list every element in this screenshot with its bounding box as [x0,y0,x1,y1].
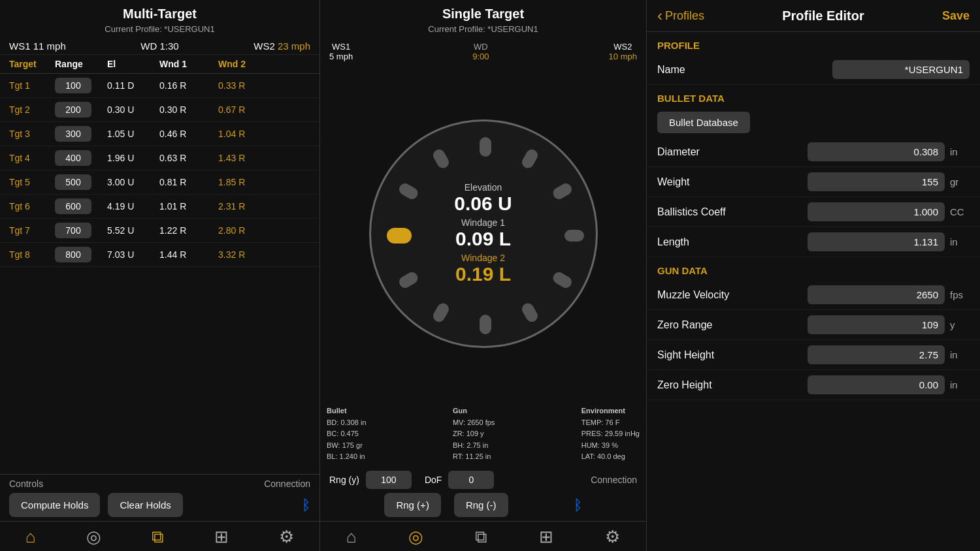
save-button[interactable]: Save [942,9,970,23]
range-controls: Rng (y) DoF Connection [320,467,646,493]
ballistics-unit: CC [950,206,970,217]
name-value-area [832,60,970,79]
wnd2-value: 2.31 R [218,201,277,212]
dof-input[interactable] [448,471,494,489]
range-button[interactable]: 700 [55,223,91,238]
zero-range-field-row: Zero Range y [647,310,980,340]
compute-holds-button[interactable]: Compute Holds [9,493,100,517]
weight-value-area: gr [808,172,970,191]
clear-holds-button[interactable]: Clear Holds [108,493,182,517]
info-col-value: BH: 2.75 in [453,440,495,452]
wnd2-value: 3.32 R [218,249,277,260]
length-unit: in [950,236,970,247]
zero-height-field-row: Zero Height in [647,370,980,400]
dial-tick [519,301,540,324]
tgt-label: Tgt 1 [9,80,55,91]
wnd2-value: 0.67 R [218,104,277,115]
info-col-value: BC: 0.475 [327,428,367,440]
elevation-label: Elevation [454,182,512,193]
left-profile-line: Current Profile: *USERGUN1 [0,24,319,38]
zero-range-input[interactable] [808,315,945,334]
info-column: GunMV: 2650 fpsZR: 109 yBH: 2.75 inRT: 1… [453,405,495,463]
zero-range-label: Zero Range [657,319,713,331]
info-col-value: LAT: 40.0 deg [581,451,640,463]
info-col-value: BD: 0.308 in [327,417,367,429]
zero-height-value-area: in [808,375,970,394]
col-wnd2: Wnd 2 [218,59,277,69]
el-value: 5.52 U [107,225,159,236]
dial-tick [397,181,419,201]
zero-height-unit: in [950,379,970,390]
length-input[interactable] [808,232,945,251]
wd-label: WD 1:30 [140,40,178,52]
sight-height-field-row: Sight Height in [647,340,980,370]
sight-height-label: Sight Height [657,349,714,361]
bluetooth-icon-center: ᛒ [574,497,582,514]
nav-copy-center[interactable]: ⧉ [475,527,487,547]
range-button[interactable]: 400 [55,150,91,166]
nav-home-left[interactable]: ⌂ [25,527,36,547]
diameter-field-row: Diameter in [647,137,980,167]
range-button[interactable]: 300 [55,126,91,142]
weight-input[interactable] [808,172,945,191]
nav-grid-left[interactable]: ⊞ [214,527,229,547]
rng-plus-button[interactable]: Rng (+) [384,493,440,517]
bullet-database-button[interactable]: Bullet Database [657,112,750,133]
table-row: Tgt 5 500 3.00 U 0.81 R 1.85 R [0,170,319,195]
info-col-value: MV: 2650 fps [453,417,495,429]
info-col-value: BW: 175 gr [327,440,367,452]
range-button[interactable]: 500 [55,174,91,190]
bottom-bar-left: Controls Connection Compute Holds Clear … [0,474,319,521]
range-button[interactable]: 200 [55,102,91,118]
ballistics-info: BulletBD: 0.308 inBC: 0.475BW: 175 grBL:… [320,401,646,467]
length-value-area: in [808,232,970,251]
info-col-value: ZR: 109 y [453,428,495,440]
ballistics-label: Ballistics Coeff [657,206,726,218]
windage1-label: Windage 1 [454,217,512,228]
diameter-input[interactable] [808,142,945,161]
diameter-label: Diameter [657,146,700,158]
center-ws2-label: WS2 [609,42,637,52]
nav-gear-left[interactable]: ⚙ [279,527,294,547]
nav-grid-center[interactable]: ⊞ [539,527,553,547]
rng-minus-button[interactable]: Rng (-) [454,493,508,517]
sight-height-input[interactable] [808,345,945,364]
info-column: EnvironmentTEMP: 76 FPRES: 29.59 inHgHUM… [581,405,640,463]
el-value: 0.11 D [107,80,159,91]
tgt-label: Tgt 6 [9,201,55,212]
zero-height-input[interactable] [808,375,945,394]
sight-height-value-area: in [808,345,970,364]
bullet-section-header: BULLET DATA [647,85,980,108]
info-col-value: RT: 11.25 in [453,451,495,463]
name-field-row: Name [647,55,980,85]
back-button[interactable]: ‹ Profiles [657,7,704,25]
el-value: 0.30 U [107,104,159,115]
nav-target-center[interactable]: ◎ [408,527,423,547]
ballistics-input[interactable] [808,202,945,221]
wnd1-value: 1.22 R [159,225,218,236]
table-row: Tgt 1 100 0.11 D 0.16 R 0.33 R [0,74,319,98]
zero-range-unit: y [950,319,970,330]
gun-section-header: GUN DATA [647,257,980,280]
range-button[interactable]: 600 [55,198,91,214]
tgt-label: Tgt 5 [9,177,55,187]
nav-target-left[interactable]: ◎ [86,527,101,547]
nav-copy-left[interactable]: ⧉ [152,527,164,547]
muzzle-input[interactable] [808,285,945,304]
sight-height-unit: in [950,349,970,360]
rng-input[interactable] [366,471,412,489]
center-ws2-block: WS2 10 mph [609,42,637,61]
nav-home-center[interactable]: ⌂ [346,527,357,547]
windage2-label: Windage 2 [454,253,512,263]
ballistics-value-area: CC [808,202,970,221]
wnd2-value: 0.33 R [218,80,277,91]
dial-center-readings: Elevation 0.06 U Windage 1 0.09 L Windag… [454,182,512,285]
dial-container: Elevation 0.06 U Windage 1 0.09 L Windag… [320,65,646,401]
name-input[interactable] [832,60,970,79]
table-row: Tgt 4 400 1.96 U 0.63 R 1.43 R [0,146,319,170]
yellow-tick [387,228,412,244]
range-button[interactable]: 100 [55,78,91,93]
col-target: Target [9,59,55,69]
nav-gear-center[interactable]: ⚙ [605,527,620,547]
range-button[interactable]: 800 [55,247,91,262]
